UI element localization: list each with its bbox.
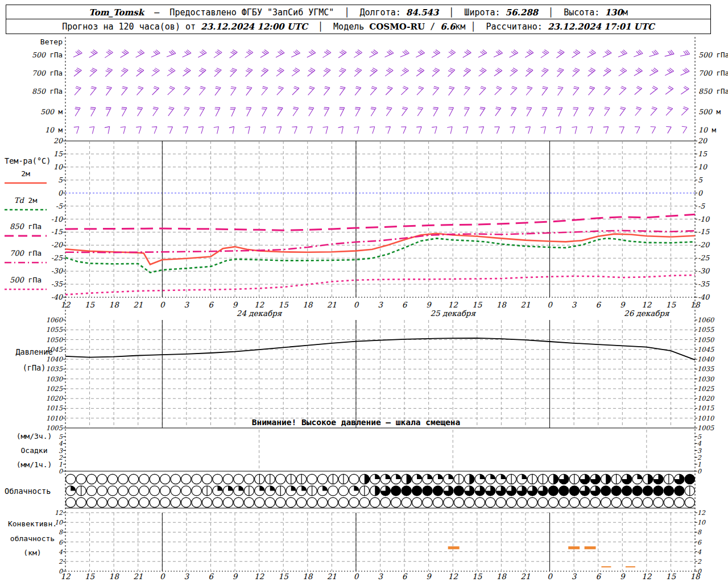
- cloud-cover-symbol: [548, 497, 558, 507]
- precip-ytick-left: 3: [59, 447, 63, 455]
- wind-barb: [650, 68, 658, 76]
- pressure-ytick-right: 1010: [697, 414, 715, 422]
- temp-xtick-label: 6: [595, 300, 601, 309]
- convective-ytick-left: 8: [59, 529, 63, 536]
- wind-barb: [168, 86, 175, 95]
- precip-ytick-left: 1: [59, 461, 63, 468]
- cloud-cover-symbol: [276, 474, 286, 484]
- cloud-cover-symbol: [559, 497, 569, 507]
- temp-ytick-left: 0: [58, 189, 63, 197]
- cloud-cover-symbol: [286, 497, 296, 507]
- cloud-symbol-row: [66, 474, 695, 484]
- wind-barb: [136, 50, 144, 57]
- cloud-cover-symbol: [234, 474, 243, 484]
- cloud-cover-symbol: [181, 474, 191, 484]
- temp-ytick-left: -35: [51, 280, 63, 288]
- cloud-cover-symbol: [86, 497, 96, 507]
- wind-barb: [402, 107, 407, 116]
- cloud-cover-symbol: [150, 497, 159, 507]
- wind-barb: [198, 127, 204, 134]
- cloud-cover-symbol: [76, 497, 86, 507]
- convective-panel-label-2: облачность: [10, 534, 55, 543]
- wind-barb: [90, 68, 97, 77]
- wind-barb: [183, 68, 191, 76]
- cloud-cover-symbol: [349, 497, 359, 507]
- bottom-xtick-label: 9: [620, 572, 626, 581]
- wind-barb: [245, 127, 250, 134]
- convective-ytick-left: 4: [59, 548, 63, 556]
- temp-xtick-label: 6: [402, 300, 408, 309]
- bottom-xtick-label: 6: [208, 572, 214, 581]
- wind-barb: [665, 50, 675, 56]
- wind-barb: [385, 68, 393, 76]
- wind-barb: [541, 50, 549, 58]
- wind-barb: [401, 86, 408, 95]
- cloud-cover-symbol: [423, 486, 432, 496]
- cloud-cover-symbol: [611, 486, 621, 496]
- wind-barb: [121, 68, 128, 77]
- wind-barb: [89, 127, 94, 134]
- cloud-cover-symbol: [370, 497, 380, 507]
- wind-barb: [635, 127, 640, 134]
- pressure-ytick-right: 1060: [697, 316, 715, 324]
- cloud-cover-symbol: [202, 474, 212, 484]
- wind-barb: [448, 68, 455, 77]
- precip-ytick-left: 2: [59, 454, 63, 462]
- wind-barb: [386, 127, 391, 134]
- wind-barb: [308, 107, 314, 117]
- temp-ytick-left: 15: [53, 149, 63, 158]
- wind-barb: [620, 107, 626, 116]
- cloud-cover-symbol: [307, 497, 317, 507]
- wind-barb: [449, 86, 454, 95]
- temp-xtick-label: 12: [60, 300, 71, 309]
- cloud-cover-symbol: [97, 497, 107, 507]
- wind-barb: [122, 107, 127, 117]
- wind-barb: [494, 127, 499, 134]
- pressure-ytick-right: 1045: [697, 346, 714, 354]
- temp-ytick-right: 5: [698, 176, 703, 184]
- wind-barb: [479, 86, 486, 95]
- wind-barb: [464, 68, 471, 77]
- temp-xtick-label: 18: [690, 300, 701, 309]
- cloud-cover-symbol: [391, 486, 400, 496]
- cloud-cover-symbol: [548, 486, 558, 496]
- temp-ytick-left: -30: [51, 267, 63, 275]
- wind-barb: [307, 127, 312, 134]
- resolution-unit: км: [455, 22, 470, 32]
- temp-ytick-left: -10: [51, 215, 63, 223]
- cloud-octa-fill: [428, 474, 433, 479]
- bottom-xtick-label: 6: [595, 572, 601, 581]
- wind-barb: [400, 68, 408, 76]
- convective-cloud-bar: [626, 566, 635, 567]
- wind-barb: [338, 127, 344, 134]
- wind-barb: [75, 107, 81, 117]
- wind-barb: [246, 107, 251, 117]
- cloud-cover-symbol: [380, 497, 390, 507]
- pressure-ytick-right: 1040: [697, 355, 715, 363]
- wind-level-label-right: 500 м: [698, 107, 721, 116]
- wind-barb: [90, 86, 97, 95]
- legend-entry: 700 гПа: [10, 249, 42, 257]
- wind-barb: [386, 86, 392, 95]
- cloud-cover-symbol: [359, 497, 369, 507]
- cloud-cover-symbol: [171, 497, 180, 507]
- wind-barb: [292, 68, 300, 76]
- bottom-xtick-label: 12: [448, 572, 459, 581]
- wind-barb: [369, 50, 378, 58]
- wind-barb: [448, 107, 453, 117]
- cloud-cover-symbol: [527, 497, 537, 507]
- wind-barb: [495, 107, 501, 116]
- wind-barb: [417, 107, 423, 117]
- precip-ytick-right: 3: [697, 447, 702, 455]
- wind-barb: [292, 127, 297, 134]
- convective-ytick-right: 10: [697, 519, 706, 526]
- cloud-cover-symbol: [150, 474, 159, 484]
- wind-barb: [494, 50, 503, 57]
- temp-xtick-label: 3: [184, 300, 190, 309]
- wind-barb: [308, 68, 315, 77]
- wind-barb: [447, 127, 452, 134]
- wind-barb: [291, 50, 300, 57]
- wind-barb: [276, 50, 284, 57]
- wind-barb: [618, 50, 627, 57]
- wind-barb: [480, 107, 486, 117]
